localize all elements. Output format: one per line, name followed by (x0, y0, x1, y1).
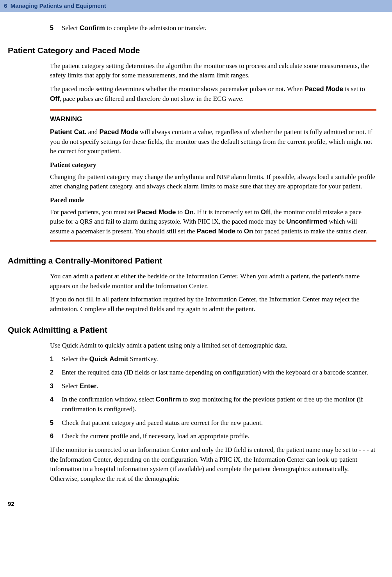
paragraph: The paced mode setting determines whethe… (50, 84, 376, 104)
step-text: Enter the required data (ID fields or la… (62, 368, 384, 378)
step-text: Select Enter. (62, 382, 384, 391)
step-number: 6 (50, 432, 62, 441)
paragraph: Use Quick Admit to quickly admit a patie… (50, 341, 376, 351)
procedure-step: 4 In the confirmation window, select Con… (50, 395, 384, 414)
section-body: The patient category setting determines … (50, 61, 376, 104)
warning-title: WARNING (50, 115, 376, 124)
procedure-step: 5 Check that patient category and paced … (50, 418, 384, 428)
paragraph: You can admit a patient at either the be… (50, 272, 376, 291)
section-heading: Patient Category and Paced Mode (8, 45, 384, 56)
section-heading: Quick Admitting a Patient (8, 324, 384, 336)
step-text: Select the Quick Admit SmartKey. (62, 355, 384, 364)
step-number: 3 (50, 382, 62, 391)
section-body: If the monitor is connected to an Inform… (50, 445, 376, 484)
step-number: 5 (50, 23, 62, 33)
section-body: Use Quick Admit to quickly admit a patie… (50, 341, 376, 351)
page-number: 92 (8, 500, 384, 508)
warning-paragraph: Changing the patient category may change… (50, 172, 376, 192)
paragraph: If the monitor is connected to an Inform… (50, 445, 376, 484)
warning-subheading: Paced mode (50, 195, 376, 205)
procedure-step: 6 Check the current profile and, if nece… (50, 432, 384, 441)
step-number: 1 (50, 355, 62, 364)
step-text: Check that patient category and paced st… (62, 418, 384, 428)
procedure-step: 5 Select Confirm to complete the admissi… (50, 23, 384, 33)
section-heading: Admitting a Centrally-Monitored Patient (8, 255, 384, 267)
warning-bar-top (50, 109, 376, 111)
warning-paragraph: Patient Cat. and Paced Mode will always … (50, 127, 376, 156)
warning-paragraph: For paced patients, you must set Paced M… (50, 208, 376, 237)
page-content: 5 Select Confirm to complete the admissi… (0, 12, 392, 516)
chapter-title: Managing Patients and Equipment (11, 2, 106, 9)
step-number: 4 (50, 395, 62, 414)
procedure-step: 2 Enter the required data (ID fields or … (50, 368, 384, 378)
warning-subheading: Patient category (50, 160, 376, 170)
step-text: Select Confirm to complete the admission… (62, 23, 384, 33)
chapter-number: 6 (4, 2, 7, 9)
warning-block: WARNING Patient Cat. and Paced Mode will… (50, 109, 376, 242)
step-text: Check the current profile and, if necess… (62, 432, 384, 441)
procedure-step: 3 Select Enter. (50, 382, 384, 391)
step-number: 2 (50, 368, 62, 378)
section-body: You can admit a patient at either the be… (50, 272, 376, 314)
paragraph: The patient category setting determines … (50, 61, 376, 81)
paragraph: If you do not fill in all patient inform… (50, 295, 376, 314)
step-number: 5 (50, 418, 62, 428)
chapter-header: 6 Managing Patients and Equipment (0, 0, 392, 12)
step-text: In the confirmation window, select Confi… (62, 395, 384, 414)
warning-bar-bottom (50, 240, 376, 242)
procedure-step: 1 Select the Quick Admit SmartKey. (50, 355, 384, 364)
